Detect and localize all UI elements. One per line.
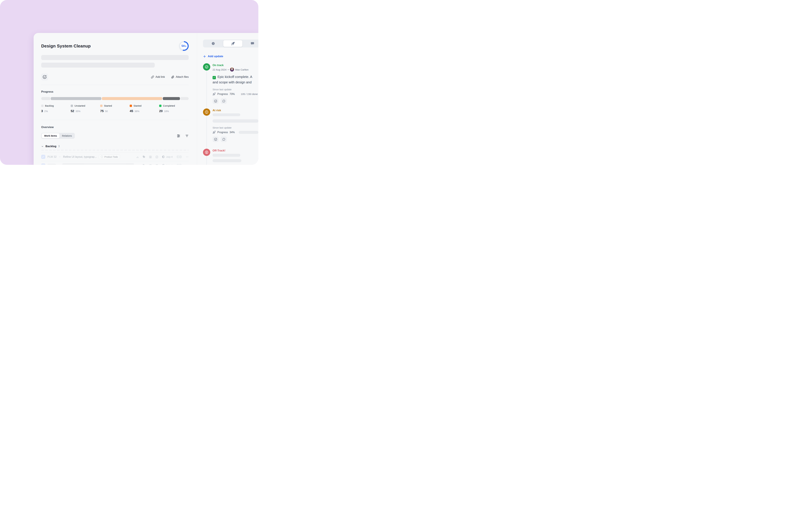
completion-ring: 54 % xyxy=(179,41,188,51)
overview-tool-icons xyxy=(177,134,188,138)
cycle-label: July-II xyxy=(166,155,173,158)
progress-done: 105 / 150 done xyxy=(241,93,258,95)
meta-separator: • xyxy=(228,68,229,71)
legend-label: Unstarted xyxy=(75,104,85,107)
legend-pct: 38% xyxy=(135,110,139,113)
chevron-down-icon[interactable] xyxy=(41,145,44,148)
legend-pct: 50 xyxy=(105,110,108,113)
update-progress-row: Progress 70% 105 / 150 done xyxy=(212,92,258,95)
legend-swatch xyxy=(100,105,103,107)
cycle-chip[interactable]: July-II xyxy=(162,155,173,159)
due-date-icon[interactable] xyxy=(155,155,158,159)
status-label: On track xyxy=(212,64,258,67)
status-label: At risk xyxy=(212,109,258,112)
legend-item-completed: Completed 2018% xyxy=(159,104,188,113)
off-track-status-icon xyxy=(203,149,210,156)
legend-item-started: Started 7550 xyxy=(100,104,130,113)
link-icon xyxy=(151,76,154,79)
due-date-icon[interactable] xyxy=(155,164,158,165)
legend-pct: 35% xyxy=(76,110,80,113)
legend-count: 75 xyxy=(100,109,104,113)
epic-detail-card: Design System Cleanup 54 % Add l xyxy=(34,33,258,165)
progress-label: Progress xyxy=(218,131,228,134)
filter-icon[interactable] xyxy=(185,134,188,138)
tab-comments[interactable] xyxy=(243,40,258,47)
add-reaction-button[interactable] xyxy=(212,98,219,104)
tab-work-items[interactable]: Work items xyxy=(42,133,59,138)
state-badge[interactable]: Product Todo xyxy=(99,155,120,159)
work-item-title[interactable]: Refine UI layout, typograp... xyxy=(63,155,97,159)
more-options-icon[interactable] xyxy=(186,155,188,159)
update-off-track: Off-Track! xyxy=(203,149,258,162)
since-last-update-label: Since last update xyxy=(212,126,258,129)
legend-pct: 18% xyxy=(164,110,169,113)
progress-bar-segment xyxy=(163,97,180,100)
add-reaction-button[interactable] xyxy=(212,137,219,142)
add-link-button[interactable]: Add link xyxy=(151,76,165,79)
app-background: Design System Cleanup 54 % Add l xyxy=(0,0,258,165)
legend-label: Completed xyxy=(163,104,175,107)
smile-plus-icon xyxy=(214,138,217,141)
add-update-button[interactable]: Add update xyxy=(203,55,258,58)
overview-heading: Overview xyxy=(41,125,188,129)
comment-button[interactable] xyxy=(221,137,227,142)
divider xyxy=(41,85,188,85)
progress-bar xyxy=(41,97,188,100)
update-meta-skeleton xyxy=(212,113,240,116)
assignee-avatars[interactable] xyxy=(176,164,182,165)
comment-icon xyxy=(222,99,225,103)
tab-relations[interactable]: Relations xyxy=(59,133,74,138)
description-skeleton-1 xyxy=(41,55,188,60)
comment-button[interactable] xyxy=(221,98,227,104)
progress-bar-segment xyxy=(102,97,162,100)
display-settings-icon[interactable] xyxy=(177,134,180,138)
sidebar-tabbar: i xyxy=(203,39,258,48)
work-item-row-skeleton[interactable]: July-II xyxy=(41,161,188,165)
group-name: Backlog xyxy=(46,145,56,148)
completion-ring-inner: 54 % xyxy=(180,42,188,50)
cycle-label: July-II xyxy=(166,164,173,165)
smile-plus-icon xyxy=(43,75,47,79)
rocket-icon xyxy=(231,42,235,46)
bar-chart-icon[interactable] xyxy=(136,155,139,159)
legend-item-unstarted: Unstarted 5235% xyxy=(71,104,100,113)
legend-swatch xyxy=(41,105,44,107)
assignee-avatars[interactable] xyxy=(176,155,182,159)
cycle-chip[interactable]: July-II xyxy=(162,164,173,165)
epic-type-icon xyxy=(41,163,45,165)
work-item-row[interactable]: PLW 32 Refine UI layout, typograp... Pro… xyxy=(41,153,188,161)
overview-tabs: Work items Relations xyxy=(41,133,75,139)
update-text: ✓Epic kickoff complete. A and scope with… xyxy=(212,74,258,85)
attach-files-button[interactable]: Attach files xyxy=(171,76,188,79)
legend-label: Started xyxy=(134,104,141,107)
label-tag-icon[interactable] xyxy=(143,155,145,159)
add-reaction-button[interactable] xyxy=(41,74,48,80)
progress-heading: Progress xyxy=(41,90,188,93)
progress-bar-segment xyxy=(180,97,188,100)
smile-plus-icon xyxy=(214,99,217,103)
rocket-icon xyxy=(212,92,216,95)
status-label: Off-Track! xyxy=(212,149,258,152)
on-track-status-icon xyxy=(203,63,210,70)
actions-row: Add link Attach files xyxy=(41,74,188,80)
bar-chart-icon[interactable] xyxy=(136,164,139,165)
start-date-icon[interactable] xyxy=(149,164,152,165)
legend-count: 20 xyxy=(159,109,163,113)
tab-info[interactable]: i xyxy=(204,40,223,47)
update-at-risk: At risk Since last update Progress 34% xyxy=(203,109,258,142)
author-avatar[interactable] xyxy=(230,67,234,71)
tab-updates[interactable] xyxy=(223,40,242,47)
legend-count: 52 xyxy=(71,109,74,113)
plus-icon xyxy=(203,55,206,58)
comment-icon xyxy=(222,138,225,141)
start-date-icon[interactable] xyxy=(149,155,152,159)
info-icon: i xyxy=(211,42,215,45)
attach-files-label: Attach files xyxy=(176,76,188,79)
more-options-icon[interactable] xyxy=(186,164,188,165)
overview-toolbar: Work items Relations xyxy=(41,133,188,139)
legend-label: Started xyxy=(104,104,112,107)
progress-label: Progress xyxy=(218,93,228,95)
backlog-group-header[interactable]: Backlog 3 xyxy=(41,145,188,148)
label-tag-icon[interactable] xyxy=(143,164,145,165)
work-item-id: PLW 32 xyxy=(48,155,57,159)
